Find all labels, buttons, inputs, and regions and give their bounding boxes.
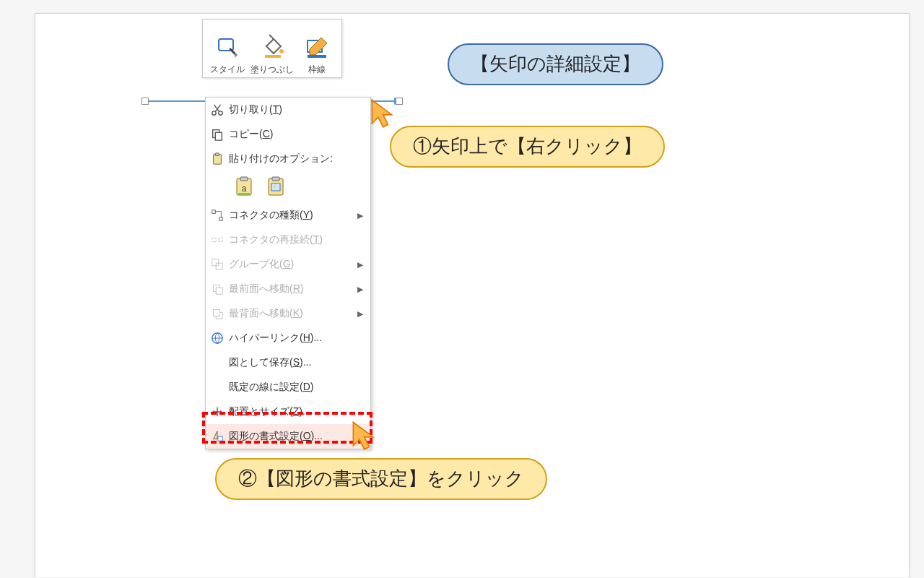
fill-label: 塗りつぶし	[250, 64, 294, 76]
menu-label: 既定の線に設定(D)	[229, 381, 357, 394]
paste-picture-button[interactable]	[265, 176, 287, 197]
menu-label: 最背面へ移動(K)	[229, 307, 357, 320]
svg-rect-23	[212, 259, 219, 266]
svg-rect-14	[238, 193, 250, 195]
svg-rect-17	[271, 184, 280, 191]
menu-item-format-shape[interactable]: 図形の書式設定(O)...	[206, 424, 370, 449]
step2-balloon: ②【図形の書式設定】をクリック	[215, 458, 547, 500]
submenu-indicator-icon: ▶	[357, 260, 370, 269]
menu-label: コピー(C)	[229, 128, 357, 141]
menu-item-connector-type[interactable]: コネクタの種類(Y)▶	[206, 203, 370, 228]
menu-label: ハイパーリンク(H)...	[229, 332, 357, 345]
svg-rect-4	[308, 55, 326, 58]
menu-label: コネクタの再接続(T)	[229, 233, 357, 246]
svg-text:a: a	[242, 184, 247, 194]
svg-rect-24	[216, 263, 222, 269]
menu-item-save-as-pic[interactable]: 図として保存(S)...	[206, 350, 370, 375]
title-text: 【矢印の詳細設定】	[471, 53, 640, 74]
sizepos-icon	[206, 405, 229, 418]
step1-balloon: ①矢印上で【右クリック】	[390, 126, 665, 168]
svg-rect-2	[265, 55, 281, 58]
cut-icon	[206, 103, 229, 116]
format-icon	[206, 430, 229, 443]
svg-rect-16	[272, 177, 279, 181]
menu-item-size-pos[interactable]: 配置とサイズ(Z)...	[206, 400, 370, 424]
menu-label: グループ化(G)	[229, 258, 357, 271]
submenu-indicator-icon: ▶	[357, 309, 370, 319]
border-label: 枠線	[308, 64, 326, 76]
menu-item-copy[interactable]: コピー(C)	[206, 122, 370, 147]
menu-label: 切り取り(T)	[229, 103, 357, 116]
menu-label: 配置とサイズ(Z)...	[229, 405, 357, 418]
link-icon	[206, 332, 229, 345]
mini-format-toolbar: スタイル 塗りつぶし 枠線	[202, 19, 342, 78]
menu-item-set-default-line[interactable]: 既定の線に設定(D)	[206, 375, 370, 400]
connector-icon	[206, 209, 229, 222]
fill-button[interactable]: 塗りつぶし	[250, 21, 294, 76]
style-label: スタイル	[210, 64, 245, 76]
svg-rect-21	[212, 238, 216, 241]
fill-icon	[259, 30, 285, 62]
menu-item-hyperlink[interactable]: ハイパーリンク(H)...	[206, 326, 370, 350]
menu-item-send-back: 最背面へ移動(K)▶	[206, 301, 370, 326]
menu-label: 図として保存(S)...	[229, 356, 357, 369]
svg-rect-28	[214, 310, 220, 316]
style-icon	[214, 30, 240, 62]
copy-icon	[206, 128, 229, 141]
menu-label: コネクタの種類(Y)	[229, 209, 357, 222]
svg-rect-8	[215, 132, 222, 140]
menu-label: 貼り付けのオプション:	[229, 152, 357, 165]
svg-rect-10	[215, 153, 219, 156]
border-button[interactable]: 枠線	[295, 21, 339, 76]
svg-point-18	[273, 185, 276, 188]
svg-rect-19	[212, 210, 216, 214]
submenu-indicator-icon: ▶	[357, 285, 370, 294]
resize-handle-left[interactable]	[141, 98, 149, 105]
menu-item-paste-options[interactable]: 貼り付けのオプション:	[206, 147, 370, 171]
back-icon	[206, 307, 229, 320]
svg-rect-26	[216, 288, 222, 294]
title-balloon: 【矢印の詳細設定】	[448, 43, 663, 85]
paste-icon	[206, 152, 229, 165]
svg-rect-12	[240, 177, 248, 181]
front-icon	[206, 282, 229, 296]
menu-item-group: グループ化(G)▶	[206, 252, 370, 277]
menu-item-reconnect: コネクタの再接続(T)	[206, 228, 370, 252]
menu-label: 最前面へ移動(R)	[229, 282, 357, 296]
border-icon	[304, 30, 330, 62]
svg-rect-30	[218, 436, 222, 441]
menu-item-cut[interactable]: 切り取り(T)	[206, 98, 370, 122]
paste-options-row: a	[206, 171, 370, 203]
step2-text: ②【図形の書式設定】をクリック	[238, 467, 524, 489]
submenu-indicator-icon: ▶	[357, 211, 370, 220]
menu-item-bring-front: 最前面へ移動(R)▶	[206, 277, 370, 301]
step1-text: ①矢印上で【右クリック】	[413, 135, 642, 157]
context-menu: 切り取り(T)コピー(C)貼り付けのオプション:aコネクタの種類(Y)▶コネクタ…	[205, 97, 371, 449]
svg-rect-20	[219, 217, 223, 221]
style-button[interactable]: スタイル	[206, 21, 249, 76]
reconnect-icon	[206, 233, 229, 246]
svg-rect-22	[219, 238, 222, 241]
group-icon	[206, 258, 229, 271]
paste-keep-text-button[interactable]: a	[233, 176, 255, 197]
svg-point-1	[279, 49, 284, 53]
resize-handle-right[interactable]	[396, 98, 403, 105]
menu-label: 図形の書式設定(O)...	[229, 430, 357, 443]
